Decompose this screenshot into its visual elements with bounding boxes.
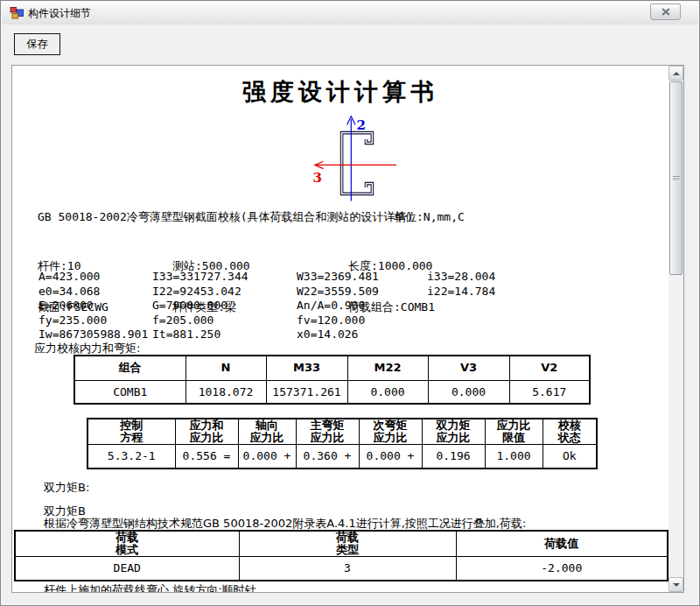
- app-icon: [10, 6, 24, 20]
- save-button[interactable]: 保存: [14, 33, 60, 55]
- prop-value: f=205.000: [152, 314, 297, 328]
- prop-row: fy=235.000f=205.000fv=120.000: [38, 314, 495, 328]
- col-header: M33: [266, 356, 347, 380]
- prop-value: G=79000.000: [152, 299, 297, 314]
- prop-value: An/A=0.900: [297, 299, 427, 314]
- col-header: 次弯矩 应力比: [359, 419, 422, 445]
- col-header: V2: [509, 356, 590, 380]
- col-header: 应力和 应力比: [175, 419, 238, 445]
- triangle-up-icon: [673, 72, 680, 75]
- col-header: M22: [347, 356, 428, 380]
- prop-value: A=423.000: [38, 270, 152, 285]
- col-header: 荷载值: [456, 531, 668, 557]
- col-header: V3: [428, 356, 509, 380]
- scroll-up-button[interactable]: [668, 66, 683, 81]
- cell: 0.000: [347, 380, 428, 404]
- forces-table: 组合 N M33 M22 V3 V2 COMB1 1018.072 157371…: [74, 355, 591, 405]
- col-header: 主弯矩 应力比: [296, 419, 359, 445]
- col-header: 组合: [74, 356, 186, 380]
- report-document: 强度设计计算书 2 3 GB 50018-2002冷弯薄壁型钢截面校核(具体荷载…: [12, 66, 668, 592]
- col-header: 荷载 模式: [15, 531, 239, 557]
- table-row: COMB1 1018.072 157371.261 0.000 0.000 5.…: [74, 380, 590, 404]
- scrollbar-thumb[interactable]: [669, 81, 682, 275]
- prop-row: e0=34.068I22=92453.042W22=3559.509i22=14…: [38, 285, 495, 299]
- units-label: 单位:N,mm,C: [394, 209, 465, 225]
- col-header: 校核 状态: [542, 419, 597, 445]
- table-row: 5.3.2-1 0.556 = 0.000 + 0.360 + 0.000 + …: [88, 445, 597, 469]
- cell: 0.000: [428, 380, 509, 404]
- cell: 3: [239, 557, 456, 581]
- cell: 1.000: [485, 445, 542, 469]
- prop-value: fv=120.000: [297, 314, 427, 328]
- scroll-down-button[interactable]: [668, 577, 683, 592]
- prop-value: W22=3559.509: [297, 285, 427, 299]
- col-header: 应力比 限值: [485, 419, 542, 445]
- table-header-row: 荷载 模式 荷载 类型 荷载值: [15, 531, 668, 557]
- prop-value: I33=331727.344: [152, 270, 297, 285]
- title-bar[interactable]: 构件设计细节: [2, 2, 698, 25]
- cell: 0.000 +: [359, 445, 422, 469]
- cell: 0.360 +: [296, 445, 359, 469]
- cell: Ok: [542, 445, 597, 469]
- prop-value: I22=92453.042: [152, 285, 297, 299]
- cell: DEAD: [15, 557, 239, 581]
- col-header: 双力矩 应力比: [422, 419, 485, 445]
- prop-value: W33=2369.481: [297, 270, 427, 285]
- report-panel: 强度设计计算书 2 3 GB 50018-2002冷弯薄壁型钢截面校核(具体荷载…: [11, 65, 684, 593]
- footer-note: 杆件上施加的荷载线弯心,旋转方向:顺时针: [44, 582, 256, 592]
- cell: 1018.072: [186, 380, 266, 404]
- prop-value: E=206000: [38, 299, 152, 314]
- section-properties: A=423.000I33=331727.344W33=2369.481i33=2…: [38, 270, 495, 342]
- col-header: N: [186, 356, 266, 380]
- close-icon: [662, 8, 670, 16]
- triangle-down-icon: [673, 583, 680, 587]
- col-header: 控制 方程: [88, 419, 175, 445]
- col-header: 荷载 类型: [239, 531, 456, 557]
- cell: 0.556 =: [175, 445, 238, 469]
- cell: 0.000 +: [238, 445, 296, 469]
- cell: -2.000: [456, 557, 668, 581]
- col-header: 轴向 应力比: [238, 419, 296, 445]
- bimoment-label: 双力矩B:: [44, 480, 89, 496]
- prop-value: i22=14.784: [427, 285, 495, 299]
- cell: 5.617: [509, 380, 590, 404]
- axis-3-label: 3: [313, 170, 322, 186]
- vertical-scrollbar[interactable]: [668, 66, 683, 592]
- prop-value: x0=14.026: [297, 328, 427, 342]
- window-title: 构件设计细节: [28, 2, 91, 25]
- c-section-outline: [342, 133, 373, 194]
- cell: 0.196: [422, 445, 485, 469]
- table-row: DEAD 3 -2.000: [15, 557, 668, 581]
- scrollbar-grip-icon: [673, 175, 680, 181]
- axis-2-label: 2: [357, 117, 366, 133]
- report-title: 强度设计计算书: [12, 76, 668, 108]
- close-button[interactable]: [650, 4, 681, 20]
- cell: 157371.261: [266, 380, 347, 404]
- prop-value: It=881.250: [152, 328, 297, 342]
- cell: 5.3.2-1: [88, 445, 175, 469]
- table-header-row: 组合 N M33 M22 V3 V2: [74, 356, 590, 380]
- toolbar: 保存: [2, 25, 698, 65]
- prop-value: i33=28.004: [427, 270, 495, 285]
- cell: COMB1: [74, 380, 186, 404]
- prop-value: fy=235.000: [38, 314, 152, 328]
- window: 构件设计细节 保存 强度设计计算书 2 3 GB 50018-2002冷弯薄壁型…: [0, 0, 700, 606]
- prop-row: E=206000G=79000.000An/A=0.900: [38, 299, 495, 314]
- prop-row: A=423.000I33=331727.344W33=2369.481i33=2…: [38, 270, 495, 285]
- prop-value: e0=34.068: [38, 285, 152, 299]
- stress-check-table: 控制 方程 应力和 应力比 轴向 应力比 主弯矩 应力比 次弯矩 应力比 双力矩…: [87, 418, 598, 469]
- table-header-row: 控制 方程 应力和 应力比 轴向 应力比 主弯矩 应力比 次弯矩 应力比 双力矩…: [88, 419, 597, 445]
- load-table: 荷载 模式 荷载 类型 荷载值 DEAD 3 -2.000: [14, 530, 668, 581]
- section-figure: 2 3: [301, 113, 415, 211]
- standard-line: GB 50018-2002冷弯薄壁型钢截面校核(具体荷载组合和测站的设计详情): [38, 209, 413, 225]
